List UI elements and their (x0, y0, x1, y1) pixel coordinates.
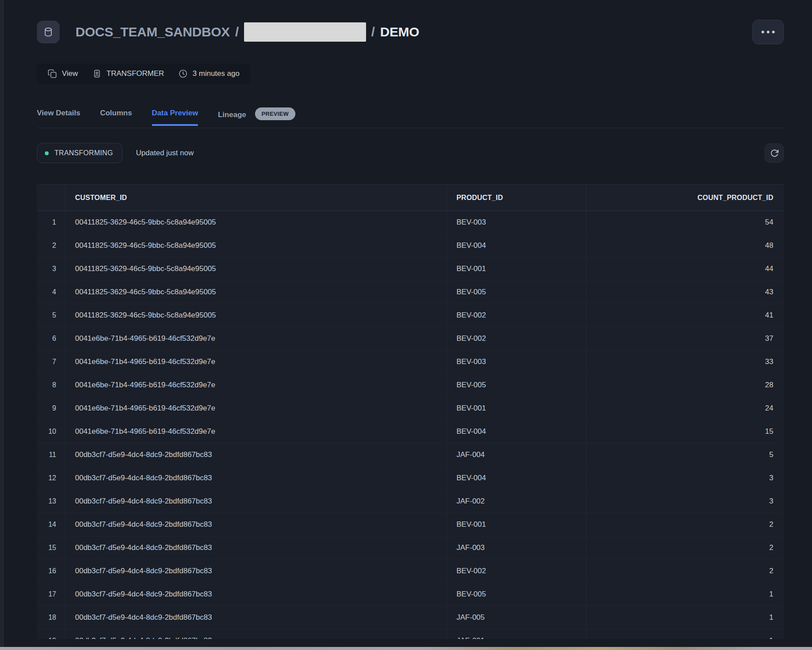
tab-columns[interactable]: Columns (100, 108, 132, 126)
object-meta-row: View TRANSFORMER 3 min (37, 64, 250, 84)
table-row: 90041e6be-71b4-4965-b619-46cf532d9e7eBEV… (37, 397, 784, 420)
breadcrumb-separator: / (235, 25, 239, 39)
customer-id-cell: 0041e6be-71b4-4965-b619-46cf532d9e7e (65, 420, 446, 443)
object-type-label: View (62, 69, 78, 78)
tab-label: View Details (37, 108, 80, 118)
row-number: 19 (37, 629, 65, 639)
breadcrumb: DOCS_TEAM_SANDBOX / / DEMO (75, 22, 419, 42)
object-tag-label: TRANSFORMER (107, 69, 164, 78)
count-cell: 15 (586, 420, 784, 443)
object-type: View (47, 69, 78, 79)
tabs: View DetailsColumnsData PreviewLineagePR… (37, 108, 295, 129)
tab-lineage[interactable]: LineagePREVIEW (218, 108, 295, 129)
tabs-divider (37, 128, 784, 128)
count-cell: 5 (586, 443, 784, 467)
row-number: 15 (37, 536, 65, 560)
count-cell: 2 (586, 513, 784, 536)
last-updated-label: 3 minutes ago (193, 69, 240, 78)
row-number: 6 (37, 327, 65, 350)
refresh-button[interactable] (765, 143, 784, 163)
tab-data-preview[interactable]: Data Preview (152, 108, 198, 126)
ellipsis-icon (762, 31, 764, 33)
table-row: 60041e6be-71b4-4965-b619-46cf532d9e7eBEV… (37, 327, 784, 350)
tab-view-details[interactable]: View Details (37, 108, 80, 126)
object-meta-pill: View TRANSFORMER 3 min (37, 64, 250, 84)
count-cell: 2 (586, 536, 784, 560)
table-body: 100411825-3629-46c5-9bbc-5c8a94e95005BEV… (37, 211, 784, 639)
customer-id-cell: 00db3cf7-d5e9-4dc4-8dc9-2bdfd867bc83 (65, 583, 446, 606)
window-left-edge (0, 0, 5, 650)
table-row: 1400db3cf7-d5e9-4dc4-8dc9-2bdfd867bc83BE… (37, 513, 784, 536)
breadcrumb-object-name: DEMO (380, 25, 419, 39)
table-row: 1100db3cf7-d5e9-4dc4-8dc9-2bdfd867bc83JA… (37, 443, 784, 467)
count-cell: 3 (586, 490, 784, 513)
table-corner-cell (37, 185, 65, 211)
row-number: 2 (37, 234, 65, 257)
table-row: 400411825-3629-46c5-9bbc-5c8a94e95005BEV… (37, 281, 784, 304)
horizontal-scrollbar[interactable] (0, 647, 812, 650)
table-row: 70041e6be-71b4-4965-b619-46cf532d9e7eBEV… (37, 350, 784, 374)
app-window: DOCS_TEAM_SANDBOX / / DEMO Vi (0, 0, 812, 650)
table-header-row: CUSTOMER_IDPRODUCT_IDCOUNT_PRODUCT_ID (37, 185, 784, 211)
data-preview-table[interactable]: CUSTOMER_IDPRODUCT_IDCOUNT_PRODUCT_ID 10… (37, 184, 784, 639)
table-row: 1300db3cf7-d5e9-4dc4-8dc9-2bdfd867bc83JA… (37, 490, 784, 513)
product-id-cell: BEV-002 (446, 327, 586, 350)
product-id-cell: BEV-004 (446, 234, 586, 257)
customer-id-cell: 00411825-3629-46c5-9bbc-5c8a94e95005 (65, 257, 446, 281)
breadcrumb-separator: / (371, 25, 375, 39)
row-number: 8 (37, 374, 65, 397)
last-updated: 3 minutes ago (178, 69, 240, 79)
customer-id-cell: 0041e6be-71b4-4965-b619-46cf532d9e7e (65, 327, 446, 350)
row-number: 11 (37, 443, 65, 467)
updated-text: Updated just now (136, 143, 194, 163)
table-row: 300411825-3629-46c5-9bbc-5c8a94e95005BEV… (37, 257, 784, 281)
tab-label: Columns (100, 108, 132, 118)
customer-id-cell: 00db3cf7-d5e9-4dc4-8dc9-2bdfd867bc83 (65, 513, 446, 536)
product-id-cell: BEV-004 (446, 467, 586, 490)
tab-label: Lineage (218, 110, 246, 120)
object-tag: TRANSFORMER (92, 69, 164, 79)
product-id-cell: BEV-001 (446, 513, 586, 536)
table-row: 1600db3cf7-d5e9-4dc4-8dc9-2bdfd867bc83BE… (37, 560, 784, 583)
row-number: 9 (37, 397, 65, 420)
product-id-cell: JAF-003 (446, 536, 586, 560)
count-cell: 24 (586, 397, 784, 420)
row-number: 18 (37, 606, 65, 629)
customer-id-cell: 00db3cf7-d5e9-4dc4-8dc9-2bdfd867bc83 (65, 490, 446, 513)
refresh-icon (770, 149, 779, 158)
clock-icon (178, 69, 188, 79)
table-row: 1200db3cf7-d5e9-4dc4-8dc9-2bdfd867bc83BE… (37, 467, 784, 490)
customer-id-cell: 00db3cf7-d5e9-4dc4-8dc9-2bdfd867bc83 (65, 467, 446, 490)
breadcrumb-database: DOCS_TEAM_SANDBOX (75, 25, 230, 39)
customer-id-cell: 0041e6be-71b4-4965-b619-46cf532d9e7e (65, 374, 446, 397)
row-number: 10 (37, 420, 65, 443)
more-options-button[interactable] (752, 20, 784, 44)
view-layers-icon (47, 69, 57, 79)
row-number: 7 (37, 350, 65, 374)
count-cell: 37 (586, 327, 784, 350)
product-id-cell: BEV-001 (446, 257, 586, 281)
product-id-cell: BEV-003 (446, 350, 586, 374)
table-row: 500411825-3629-46c5-9bbc-5c8a94e95005BEV… (37, 304, 784, 327)
table-row: 200411825-3629-46c5-9bbc-5c8a94e95005BEV… (37, 234, 784, 257)
product-id-cell: BEV-003 (446, 211, 586, 234)
count-cell: 44 (586, 257, 784, 281)
customer-id-cell: 00db3cf7-d5e9-4dc4-8dc9-2bdfd867bc83 (65, 606, 446, 629)
customer-id-cell: 00411825-3629-46c5-9bbc-5c8a94e95005 (65, 281, 446, 304)
status-badge: TRANSFORMING (37, 143, 122, 163)
count-cell: 1 (586, 629, 784, 639)
product-id-cell: BEV-001 (446, 397, 586, 420)
row-number: 3 (37, 257, 65, 281)
row-number: 1 (37, 211, 65, 234)
status-row: TRANSFORMING Updated just now (37, 143, 784, 163)
product-id-cell: JAF-005 (446, 606, 586, 629)
row-number: 12 (37, 467, 65, 490)
main-content: DOCS_TEAM_SANDBOX / / DEMO Vi (37, 0, 784, 650)
tab-label: Data Preview (152, 108, 198, 118)
count-cell: 28 (586, 374, 784, 397)
count-cell: 1 (586, 606, 784, 629)
table-row: 100041e6be-71b4-4965-b619-46cf532d9e7eBE… (37, 420, 784, 443)
product-id-cell: BEV-005 (446, 374, 586, 397)
product-id-cell: BEV-005 (446, 281, 586, 304)
product-id-cell: JAF-004 (446, 443, 586, 467)
